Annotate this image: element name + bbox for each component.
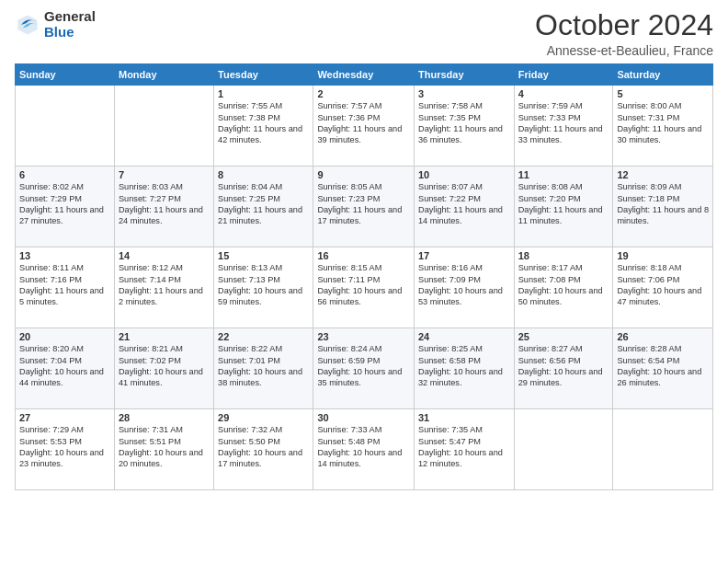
table-row: 13Sunrise: 8:11 AM Sunset: 7:16 PM Dayli…	[16, 247, 115, 328]
table-row: 22Sunrise: 8:22 AM Sunset: 7:01 PM Dayli…	[214, 328, 313, 409]
day-number: 14	[119, 250, 210, 261]
day-info: Sunrise: 8:28 AM Sunset: 6:54 PM Dayligh…	[617, 343, 709, 389]
table-row: 26Sunrise: 8:28 AM Sunset: 6:54 PM Dayli…	[613, 328, 713, 409]
day-info: Sunrise: 8:22 AM Sunset: 7:01 PM Dayligh…	[218, 343, 309, 389]
calendar-week-row: 13Sunrise: 8:11 AM Sunset: 7:16 PM Dayli…	[16, 247, 713, 328]
day-number: 24	[418, 331, 510, 342]
day-number: 3	[418, 88, 510, 99]
day-number: 21	[119, 331, 210, 342]
day-number: 5	[617, 88, 709, 99]
day-info: Sunrise: 8:15 AM Sunset: 7:11 PM Dayligh…	[317, 262, 410, 308]
day-info: Sunrise: 8:07 AM Sunset: 7:22 PM Dayligh…	[418, 181, 510, 227]
calendar-week-row: 27Sunrise: 7:29 AM Sunset: 5:53 PM Dayli…	[16, 409, 713, 490]
day-number: 23	[317, 331, 410, 342]
day-number: 10	[418, 169, 510, 180]
day-number: 26	[617, 331, 709, 342]
day-number: 25	[518, 331, 609, 342]
month-title: October 2024	[535, 9, 713, 41]
day-number: 18	[518, 250, 609, 261]
table-row: 28Sunrise: 7:31 AM Sunset: 5:51 PM Dayli…	[114, 409, 213, 490]
calendar-header-row: Sunday Monday Tuesday Wednesday Thursday…	[16, 64, 713, 86]
day-number: 11	[518, 169, 609, 180]
day-info: Sunrise: 8:08 AM Sunset: 7:20 PM Dayligh…	[518, 181, 609, 227]
table-row: 6Sunrise: 8:02 AM Sunset: 7:29 PM Daylig…	[16, 167, 115, 247]
calendar-week-row: 6Sunrise: 8:02 AM Sunset: 7:29 PM Daylig…	[16, 167, 713, 247]
table-row: 2Sunrise: 7:57 AM Sunset: 7:36 PM Daylig…	[313, 86, 415, 167]
table-row: 4Sunrise: 7:59 AM Sunset: 7:33 PM Daylig…	[514, 86, 613, 167]
day-number: 19	[617, 250, 709, 261]
day-number: 30	[317, 412, 410, 423]
table-row: 18Sunrise: 8:17 AM Sunset: 7:08 PM Dayli…	[514, 247, 613, 328]
day-number: 29	[218, 412, 309, 423]
table-row: 27Sunrise: 7:29 AM Sunset: 5:53 PM Dayli…	[16, 409, 115, 490]
day-info: Sunrise: 8:18 AM Sunset: 7:06 PM Dayligh…	[617, 262, 709, 308]
day-info: Sunrise: 8:12 AM Sunset: 7:14 PM Dayligh…	[119, 262, 210, 308]
col-tuesday: Tuesday	[214, 64, 313, 86]
table-row: 16Sunrise: 8:15 AM Sunset: 7:11 PM Dayli…	[313, 247, 415, 328]
table-row: 29Sunrise: 7:32 AM Sunset: 5:50 PM Dayli…	[214, 409, 313, 490]
day-number: 8	[218, 169, 309, 180]
logo-blue-text: Blue	[44, 25, 96, 40]
day-info: Sunrise: 8:11 AM Sunset: 7:16 PM Dayligh…	[19, 262, 110, 308]
title-area: October 2024 Annesse-et-Beaulieu, France	[535, 9, 713, 58]
day-info: Sunrise: 7:59 AM Sunset: 7:33 PM Dayligh…	[518, 100, 609, 146]
table-row: 10Sunrise: 8:07 AM Sunset: 7:22 PM Dayli…	[415, 167, 515, 247]
day-number: 12	[617, 169, 709, 180]
header: General Blue October 2024 Annesse-et-Bea…	[15, 9, 713, 58]
day-number: 15	[218, 250, 309, 261]
day-info: Sunrise: 8:24 AM Sunset: 6:59 PM Dayligh…	[317, 343, 410, 389]
logo-icon	[15, 12, 40, 38]
col-sunday: Sunday	[16, 64, 115, 86]
day-info: Sunrise: 8:03 AM Sunset: 7:27 PM Dayligh…	[119, 181, 210, 227]
day-info: Sunrise: 8:09 AM Sunset: 7:18 PM Dayligh…	[617, 181, 709, 227]
day-info: Sunrise: 7:55 AM Sunset: 7:38 PM Dayligh…	[218, 100, 309, 146]
day-info: Sunrise: 8:27 AM Sunset: 6:56 PM Dayligh…	[518, 343, 609, 389]
col-wednesday: Wednesday	[313, 64, 415, 86]
col-monday: Monday	[114, 64, 213, 86]
table-row: 12Sunrise: 8:09 AM Sunset: 7:18 PM Dayli…	[613, 167, 713, 247]
day-info: Sunrise: 8:02 AM Sunset: 7:29 PM Dayligh…	[19, 181, 110, 227]
page: General Blue October 2024 Annesse-et-Bea…	[0, 0, 728, 563]
table-row: 20Sunrise: 8:20 AM Sunset: 7:04 PM Dayli…	[16, 328, 115, 409]
day-info: Sunrise: 7:57 AM Sunset: 7:36 PM Dayligh…	[317, 100, 410, 146]
table-row	[514, 409, 613, 490]
day-number: 2	[317, 88, 410, 99]
day-info: Sunrise: 8:13 AM Sunset: 7:13 PM Dayligh…	[218, 262, 309, 308]
day-number: 17	[418, 250, 510, 261]
calendar: Sunday Monday Tuesday Wednesday Thursday…	[15, 63, 713, 490]
col-saturday: Saturday	[613, 64, 713, 86]
day-number: 9	[317, 169, 410, 180]
day-number: 16	[317, 250, 410, 261]
table-row: 31Sunrise: 7:35 AM Sunset: 5:47 PM Dayli…	[415, 409, 515, 490]
table-row: 21Sunrise: 8:21 AM Sunset: 7:02 PM Dayli…	[114, 328, 213, 409]
col-thursday: Thursday	[415, 64, 515, 86]
day-number: 1	[218, 88, 309, 99]
table-row: 8Sunrise: 8:04 AM Sunset: 7:25 PM Daylig…	[214, 167, 313, 247]
day-info: Sunrise: 7:31 AM Sunset: 5:51 PM Dayligh…	[119, 424, 210, 470]
logo: General Blue	[15, 9, 96, 40]
table-row: 30Sunrise: 7:33 AM Sunset: 5:48 PM Dayli…	[313, 409, 415, 490]
day-info: Sunrise: 8:20 AM Sunset: 7:04 PM Dayligh…	[19, 343, 110, 389]
day-info: Sunrise: 7:35 AM Sunset: 5:47 PM Dayligh…	[418, 424, 510, 470]
day-number: 7	[119, 169, 210, 180]
table-row	[16, 86, 115, 167]
day-number: 22	[218, 331, 309, 342]
day-info: Sunrise: 7:29 AM Sunset: 5:53 PM Dayligh…	[19, 424, 110, 470]
day-info: Sunrise: 8:00 AM Sunset: 7:31 PM Dayligh…	[617, 100, 709, 146]
table-row: 9Sunrise: 8:05 AM Sunset: 7:23 PM Daylig…	[313, 167, 415, 247]
day-info: Sunrise: 7:32 AM Sunset: 5:50 PM Dayligh…	[218, 424, 309, 470]
day-info: Sunrise: 8:21 AM Sunset: 7:02 PM Dayligh…	[119, 343, 210, 389]
day-number: 13	[19, 250, 110, 261]
location-subtitle: Annesse-et-Beaulieu, France	[535, 43, 713, 58]
table-row: 17Sunrise: 8:16 AM Sunset: 7:09 PM Dayli…	[415, 247, 515, 328]
day-info: Sunrise: 8:04 AM Sunset: 7:25 PM Dayligh…	[218, 181, 309, 227]
table-row: 3Sunrise: 7:58 AM Sunset: 7:35 PM Daylig…	[415, 86, 515, 167]
table-row: 11Sunrise: 8:08 AM Sunset: 7:20 PM Dayli…	[514, 167, 613, 247]
day-number: 27	[19, 412, 110, 423]
day-info: Sunrise: 7:33 AM Sunset: 5:48 PM Dayligh…	[317, 424, 410, 470]
day-number: 6	[19, 169, 110, 180]
calendar-week-row: 20Sunrise: 8:20 AM Sunset: 7:04 PM Dayli…	[16, 328, 713, 409]
table-row: 1Sunrise: 7:55 AM Sunset: 7:38 PM Daylig…	[214, 86, 313, 167]
logo-text: General Blue	[44, 9, 96, 40]
day-info: Sunrise: 8:05 AM Sunset: 7:23 PM Dayligh…	[317, 181, 410, 227]
